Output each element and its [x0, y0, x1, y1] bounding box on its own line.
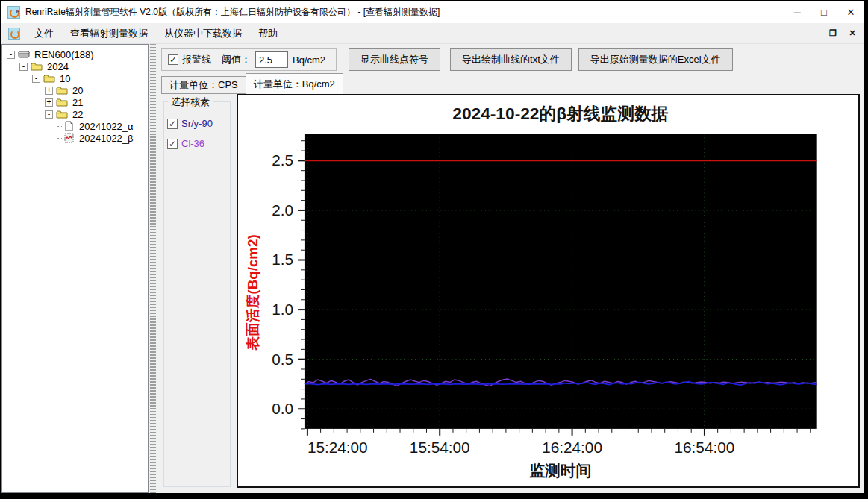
collapse-icon[interactable]: - [32, 75, 40, 83]
nuclide-checkbox-Cl-36[interactable]: ✓ [167, 139, 178, 149]
tree-item-label: 10 [60, 73, 70, 84]
expand-icon[interactable]: + [45, 98, 53, 107]
mdi-close-button[interactable]: ✕ [846, 28, 858, 38]
nuclide-label: Cl-36 [181, 138, 204, 149]
device-data-tree: -REN600(188)-2024-10+20+21-2220241022_α2… [1, 44, 149, 493]
window-maximize-button[interactable]: □ [811, 1, 837, 23]
x-axis-title: 监测时间 [529, 462, 591, 479]
app-logo-icon: R [7, 6, 20, 19]
chart-panel: 2024-10-22的β射线监测数据0.00.51.01.52.02.515:2… [237, 94, 860, 488]
y-tick-label: 1.5 [272, 251, 293, 268]
tree-item-20241022_β[interactable]: 20241022_β [2, 132, 148, 144]
x-tick-label: 16:54:00 [675, 439, 735, 456]
collapse-icon[interactable]: - [7, 51, 15, 59]
x-tick-label: 16:24:00 [542, 439, 602, 456]
x-tick-label: 15:54:00 [410, 439, 470, 456]
menu-item-0[interactable]: 文件 [26, 23, 62, 43]
beta-monitoring-chart: 2024-10-22的β射线监测数据0.00.51.01.52.02.515:2… [238, 95, 858, 486]
nuclide-selector-group: 选择核素 ✓Sr/y-90✓Cl-36 [163, 101, 231, 487]
folder-icon [43, 73, 56, 84]
tree-item-21[interactable]: +21 [2, 96, 148, 108]
tree-item-20[interactable]: +20 [2, 84, 148, 96]
tree-item-10[interactable]: -10 [2, 72, 148, 84]
content-panel: ✓ 报警线 阈值： Bq/cm2 显示曲线点符号 导出绘制曲线的txt文件 导出… [157, 44, 864, 493]
tree-item-20241022_α[interactable]: 20241022_α [2, 120, 148, 132]
menu-item-3[interactable]: 帮助 [250, 23, 286, 43]
tree-item-label: REN600(188) [34, 49, 94, 60]
tree-item-label: 20241022_β [79, 133, 134, 144]
unit-tabs: 计量单位：CPS计量单位：Bq/cm2 [161, 73, 860, 94]
nuclide-checkbox-Sr/y-90[interactable]: ✓ [167, 119, 178, 129]
tree-item-label: 2024 [47, 61, 69, 72]
window-close-button[interactable]: ✕ [837, 1, 864, 23]
y-tick-label: 1.0 [272, 301, 293, 318]
collapse-icon[interactable]: - [19, 63, 28, 71]
toolbar: ✓ 报警线 阈值： Bq/cm2 显示曲线点符号 导出绘制曲线的txt文件 导出… [161, 48, 860, 72]
window-minimize-button[interactable]: ─ [784, 1, 811, 23]
doc-icon [63, 121, 75, 131]
y-tick-label: 0.0 [272, 400, 293, 417]
main-area: -REN600(188)-2024-10+20+21-2220241022_α2… [1, 44, 864, 493]
show-curve-points-button[interactable]: 显示曲线点符号 [349, 48, 440, 71]
tree-item-label: 22 [72, 109, 83, 120]
app-window: R RenriRate辐射剂量管理软件 V2.0版（版权所有：上海仁日辐射防护设… [1, 1, 864, 493]
menu-item-1[interactable]: 查看辐射测量数据 [62, 23, 156, 43]
title-bar: R RenriRate辐射剂量管理软件 V2.0版（版权所有：上海仁日辐射防护设… [1, 1, 864, 23]
collapse-icon[interactable]: - [45, 110, 53, 119]
alarm-line-label: 报警线 [182, 53, 211, 66]
mdi-restore-button[interactable]: ❐ [827, 28, 839, 38]
tree-item-label: 21 [72, 97, 83, 108]
threshold-input[interactable] [255, 51, 288, 68]
window-title: RenriRate辐射剂量管理软件 V2.0版（版权所有：上海仁日辐射防护设备有… [25, 6, 440, 19]
alarm-line-checkbox[interactable]: ✓ [168, 54, 178, 65]
tree-item-2024[interactable]: -2024 [2, 60, 148, 72]
mdi-minimize-button[interactable]: ─ [808, 29, 819, 38]
folder-icon [56, 85, 69, 95]
export-txt-button[interactable]: 导出绘制曲线的txt文件 [450, 48, 572, 71]
folder-icon [56, 109, 69, 119]
chart-icon [63, 133, 75, 143]
y-tick-label: 2.0 [272, 201, 293, 219]
panel-splitter[interactable] [149, 44, 157, 493]
menu-item-2[interactable]: 从仪器中下载数据 [156, 23, 250, 43]
folder-icon [56, 97, 69, 107]
device-icon [18, 49, 31, 60]
alarm-line-group: ✓ 报警线 阈值： Bq/cm2 [161, 48, 337, 71]
tree-item-label: 20241022_α [79, 121, 134, 132]
nuclide-item-Cl-36: ✓Cl-36 [167, 138, 230, 149]
tree-item-22[interactable]: -22 [2, 108, 148, 120]
tab-unit-1[interactable]: 计量单位：Bq/cm2 [246, 73, 343, 94]
tree-connector [57, 138, 62, 139]
mdi-child-icon [8, 28, 20, 40]
nuclide-group-title: 选择核素 [168, 95, 213, 109]
tab-content: 选择核素 ✓Sr/y-90✓Cl-36 2024-10-22的β射线监测数据0.… [161, 94, 860, 493]
export-excel-button[interactable]: 导出原始测量数据的Excel文件 [578, 48, 733, 71]
tab-unit-0[interactable]: 计量单位：CPS [161, 76, 246, 94]
y-axis-title: 表面活度(Bq/cm2) [245, 234, 260, 351]
threshold-unit-label: Bq/cm2 [293, 54, 325, 66]
x-tick-label: 15:24:00 [307, 439, 368, 456]
y-tick-label: 0.5 [272, 351, 293, 368]
tree-item-label: 20 [72, 85, 83, 96]
expand-icon[interactable]: + [45, 87, 53, 95]
tree-item-REN600(188)[interactable]: -REN600(188) [2, 48, 148, 60]
y-tick-label: 2.5 [272, 151, 293, 169]
menu-bar: 文件查看辐射测量数据从仪器中下载数据帮助 ─ ❐ ✕ [1, 23, 864, 44]
folder-icon [31, 61, 43, 72]
nuclide-item-Sr/y-90: ✓Sr/y-90 [167, 118, 230, 129]
tree-connector [57, 126, 62, 127]
chart-title: 2024-10-22的β射线监测数据 [452, 104, 668, 123]
threshold-label: 阈值： [222, 53, 251, 66]
nuclide-label: Sr/y-90 [181, 118, 213, 129]
